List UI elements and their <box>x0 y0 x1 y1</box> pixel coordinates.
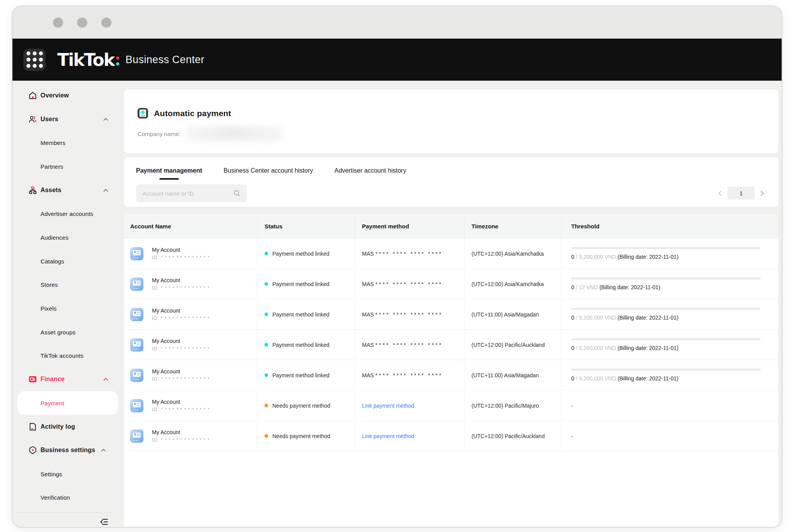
account-card-icon <box>130 399 143 412</box>
sidebar-item-verification[interactable]: Verification <box>12 486 121 509</box>
account-card-icon <box>130 369 143 382</box>
chevron-up-icon <box>103 118 108 121</box>
sidebar-item-members[interactable]: Members <box>12 131 121 155</box>
account-card-icon <box>130 308 143 321</box>
users-icon <box>28 115 37 124</box>
status-dot-icon <box>265 282 268 286</box>
table-row: My AccountID: * * * * * * * * * * * * * … <box>124 239 778 269</box>
timezone-value: (UTC+12:00) Pacific/Majuro <box>471 403 539 409</box>
threshold-text: 0 / 9,200,000 VND (Billing date: 2022-11… <box>571 254 678 260</box>
status-label: Payment method linked <box>272 311 329 318</box>
account-id-masked: ID: * * * * * * * * * * * * * <box>152 255 210 260</box>
chevron-up-icon <box>103 189 108 192</box>
account-name: My Account <box>152 429 210 435</box>
sidebar-item-label: Overview <box>41 92 69 99</box>
account-name: My Account <box>152 277 210 283</box>
collapse-sidebar-button[interactable] <box>99 517 109 527</box>
sidebar-item-label: Assets <box>41 187 62 194</box>
apps-grid-button[interactable] <box>23 49 46 71</box>
sidebar-item-finance[interactable]: Finance <box>12 368 121 391</box>
column-header-threshold: Threshold <box>561 214 778 238</box>
tab-advertiser-account-history[interactable]: Advertiser account history <box>334 167 406 179</box>
account-name: My Account <box>152 399 210 405</box>
window-titlebar <box>12 6 782 39</box>
assets-icon <box>28 186 37 195</box>
status-dot-icon <box>265 373 268 377</box>
threshold-text: 0 / 9,200,000 VND (Billing date: 2022-11… <box>571 375 678 382</box>
table-row: My AccountID: * * * * * * * * * * * * * … <box>124 391 778 421</box>
sidebar-item-activity-log[interactable]: Activity log <box>12 415 121 438</box>
table-header-row: Account Name Status Payment method Timez… <box>124 214 778 239</box>
threshold-text: 0 / 12 VND (Billing date: 2022-11-01) <box>571 284 660 290</box>
pagination-current-page[interactable]: 1 <box>727 187 755 200</box>
payment-method-masked: MAS * * * * * * * * * * * * * * * * <box>362 281 441 287</box>
tab-bar: Payment management Business Center accou… <box>136 167 766 179</box>
company-name-label: Company name: <box>138 131 180 137</box>
timezone-value: (UTC+12:00) Pacific/Auckland <box>471 433 545 439</box>
status-dot-icon <box>265 404 268 407</box>
window-control-dot <box>53 18 63 28</box>
payment-method-masked: MAS * * * * * * * * * * * * * * * * <box>362 372 441 378</box>
window-control-dot <box>101 18 111 28</box>
sidebar-item-partners[interactable]: Partners <box>12 155 121 179</box>
threshold-progress-bar <box>571 308 761 310</box>
sidebar-item-label: Activity log <box>41 423 75 430</box>
sidebar-item-pixels[interactable]: Pixels <box>12 297 121 320</box>
account-id-masked: ID: * * * * * * * * * * * * * <box>152 285 210 291</box>
column-header-timezone: Timezone <box>464 214 561 238</box>
tab-business-center-account-history[interactable]: Business Center account history <box>224 167 313 179</box>
window-control-dot <box>77 18 87 28</box>
pagination-prev-button[interactable] <box>717 190 723 196</box>
tab-payment-management[interactable]: Payment management <box>136 167 202 179</box>
account-card-icon <box>130 277 143 291</box>
threshold-empty: - <box>571 433 573 439</box>
account-id-masked: ID: * * * * * * * * * * * * * <box>152 376 210 382</box>
app-header: TikTok Business Center <box>12 39 782 81</box>
search-input[interactable] <box>136 184 247 202</box>
sidebar-item-asset-groups[interactable]: Asset groups <box>12 320 121 344</box>
activity-log-icon <box>28 422 37 431</box>
status-dot-icon <box>265 434 268 438</box>
chevron-up-icon <box>103 378 108 381</box>
chevron-up-icon <box>101 449 106 452</box>
account-card-icon <box>130 429 143 443</box>
business-settings-icon <box>28 445 37 455</box>
sidebar-item-stores[interactable]: Stores <box>12 273 121 297</box>
table-row: My AccountID: * * * * * * * * * * * * * … <box>124 269 778 299</box>
pagination-next-button[interactable] <box>759 190 765 196</box>
account-name: My Account <box>152 338 210 344</box>
page-header-card: Automatic payment Company name: <box>124 90 778 153</box>
tiktok-logo: TikTok Business Center <box>57 50 205 70</box>
pagination: 1 <box>717 187 765 200</box>
account-name: My Account <box>152 368 210 375</box>
product-name: Business Center <box>125 54 205 66</box>
sidebar-item-users[interactable]: Users <box>12 108 121 131</box>
column-header-payment-method: Payment method <box>355 214 464 238</box>
sidebar-item-catalogs[interactable]: Catalogs <box>12 249 121 273</box>
sidebar-item-audiences[interactable]: Audiences <box>12 226 121 249</box>
sidebar: Overview Users Members Partners Assets <box>12 81 121 527</box>
link-payment-method-link[interactable]: Link payment method <box>362 433 414 439</box>
table-row: My AccountID: * * * * * * * * * * * * * … <box>124 330 778 360</box>
account-id-masked: ID: * * * * * * * * * * * * * <box>152 346 210 352</box>
sidebar-item-advertiser-accounts[interactable]: Advertiser accounts <box>12 202 121 226</box>
threshold-progress-bar <box>571 338 761 340</box>
account-card-icon <box>130 247 143 260</box>
company-name-redacted <box>186 126 283 141</box>
payment-method-masked: MAS * * * * * * * * * * * * * * * * <box>362 251 441 257</box>
status-label: Needs payment method <box>272 433 330 439</box>
sidebar-item-overview[interactable]: Overview <box>12 84 121 108</box>
link-payment-method-link[interactable]: Link payment method <box>362 403 414 409</box>
sidebar-item-assets[interactable]: Assets <box>12 179 121 202</box>
sidebar-item-tiktok-accounts[interactable]: TikTok accounts <box>12 344 121 368</box>
sidebar-item-business-settings[interactable]: Business settings <box>12 438 121 462</box>
timezone-value: (UTC+12:00) Pacific/Auckland <box>471 342 545 348</box>
timezone-value: (UTC+12:00) Asia/Kamchatka <box>471 281 544 287</box>
browser-window: TikTok Business Center Overview Users <box>12 5 782 528</box>
main-content: Automatic payment Company name: Payment … <box>121 81 782 527</box>
status-dot-icon <box>265 252 268 255</box>
payment-method-masked: MAS * * * * * * * * * * * * * * * * <box>362 311 441 318</box>
payment-method-masked: MAS * * * * * * * * * * * * * * * * <box>362 342 441 348</box>
sidebar-item-payment[interactable]: Payment <box>18 391 118 415</box>
sidebar-item-settings[interactable]: Settings <box>12 462 121 486</box>
